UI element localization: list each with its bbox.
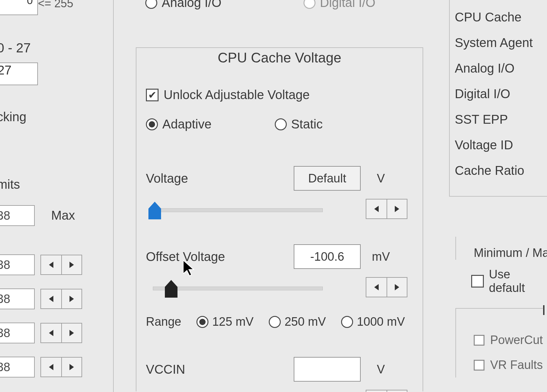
radio-label: 125 mV xyxy=(212,315,254,329)
stepper-dec-button[interactable] xyxy=(41,289,61,308)
radio-icon xyxy=(275,118,287,130)
svg-marker-0 xyxy=(148,202,161,219)
list-item[interactable]: Digital I/O xyxy=(455,81,547,107)
radio-label: 1000 mV xyxy=(357,315,405,329)
mouse-cursor-icon xyxy=(183,260,196,277)
stepper-inc-button[interactable] xyxy=(61,289,81,308)
voltage-slider[interactable] xyxy=(146,204,323,214)
list-item[interactable]: SST EPP xyxy=(455,107,547,132)
checkbox-icon xyxy=(474,360,484,371)
vccin-label: VCCIN xyxy=(146,362,228,377)
triangle-right-icon xyxy=(69,330,74,336)
svg-marker-3 xyxy=(183,260,194,276)
range-text: 0 - 27 xyxy=(0,40,31,56)
checkbox-label: VR Faults xyxy=(490,358,543,372)
checkbox-icon xyxy=(471,275,484,288)
radio-icon xyxy=(269,316,281,328)
minmax-group-label: Minimum / Max xyxy=(455,237,547,260)
voltage-value-box[interactable]: Default xyxy=(294,166,361,191)
right-panel: CPU Cache System Agent Analog I/O Digita… xyxy=(449,0,547,392)
vccin-inc-button[interactable] xyxy=(387,390,407,392)
radio-digital-io[interactable]: Digital I/O xyxy=(304,0,376,10)
range-250-radio[interactable]: 250 mV xyxy=(269,315,326,329)
radio-label: 250 mV xyxy=(285,315,326,329)
radio-icon xyxy=(145,0,157,9)
offset-inc-button[interactable] xyxy=(387,278,407,297)
stepper-dec-button[interactable] xyxy=(41,255,61,274)
radio-label: Adaptive xyxy=(162,117,212,131)
triangle-left-icon xyxy=(49,330,53,336)
group-label-truncated-cking: cking xyxy=(0,110,26,124)
list-item[interactable]: CPU Cache xyxy=(455,4,547,30)
list-item[interactable]: Voltage ID xyxy=(455,132,547,158)
vccin-input[interactable] xyxy=(294,357,361,382)
checkbox-label: Use default xyxy=(489,268,547,295)
stepper-inc-button[interactable] xyxy=(61,324,81,342)
triangle-left-icon xyxy=(49,364,53,370)
limit-input-2[interactable]: 38 xyxy=(0,288,35,309)
voltage-inc-button[interactable] xyxy=(387,199,407,218)
voltage-unit: V xyxy=(368,172,394,185)
stepper-inc-button[interactable] xyxy=(61,255,81,274)
range-1000-radio[interactable]: 1000 mV xyxy=(341,315,405,329)
stepper-dec-button[interactable] xyxy=(41,358,61,377)
offset-voltage-slider[interactable] xyxy=(146,282,323,292)
triangle-left-icon xyxy=(49,262,53,268)
radio-icon-selected xyxy=(146,118,158,130)
stepper-inc-button[interactable] xyxy=(61,358,81,377)
limit-input-3[interactable]: 38 xyxy=(0,323,35,343)
checkbox-icon-checked: ✔ xyxy=(146,89,159,101)
list-item[interactable]: Analog I/O xyxy=(455,56,547,81)
offset-voltage-input[interactable]: -100.6 xyxy=(294,244,361,269)
vccin-dec-button[interactable] xyxy=(366,390,387,392)
range-label: Range xyxy=(146,315,181,329)
slider-thumb-icon[interactable] xyxy=(165,280,177,298)
value-input-27[interactable]: 27 xyxy=(0,62,38,85)
vccin-unit: V xyxy=(368,363,394,376)
number-input[interactable]: 0 xyxy=(0,0,38,15)
limit-input-1[interactable]: 38 xyxy=(0,254,35,275)
slider-thumb-icon[interactable] xyxy=(148,202,161,219)
list-item[interactable]: Cache Ratio xyxy=(455,158,547,183)
range-hint: <= 255 xyxy=(38,0,73,10)
radio-label: Analog I/O xyxy=(162,0,221,10)
radio-label: Digital I/O xyxy=(320,0,376,10)
checkbox-label: Unlock Adjustable Voltage xyxy=(164,88,310,102)
list-item[interactable]: System Agent xyxy=(455,30,547,56)
triangle-right-icon xyxy=(69,364,74,370)
group-label-truncated-mits: mits xyxy=(0,177,20,192)
triangle-left-icon xyxy=(374,206,379,212)
triangle-right-icon xyxy=(395,284,399,290)
offset-dec-button[interactable] xyxy=(366,278,387,297)
triangle-right-icon xyxy=(69,296,74,302)
unlock-voltage-checkbox[interactable]: ✔ Unlock Adjustable Voltage xyxy=(146,88,413,102)
checkbox-label: PowerCut xyxy=(490,333,543,347)
radio-adaptive[interactable]: Adaptive xyxy=(146,117,212,131)
left-panel: 0 <= 255 0 - 27 27 cking mits 38 Max 38 … xyxy=(0,0,114,392)
limit-input-0[interactable]: 38 xyxy=(0,205,35,226)
checkbox-icon xyxy=(474,335,484,346)
triangle-right-icon xyxy=(69,262,74,268)
svg-marker-1 xyxy=(165,280,177,298)
triangle-right-icon xyxy=(395,206,399,212)
voltage-dec-button[interactable] xyxy=(366,199,387,218)
voltage-panel: CPU Cache Voltage ✔ Unlock Adjustable Vo… xyxy=(136,47,423,391)
triangle-left-icon xyxy=(49,296,53,302)
radio-label: Static xyxy=(291,117,323,131)
radio-icon xyxy=(304,0,316,9)
radio-icon-selected xyxy=(196,316,208,328)
limit-input-4[interactable]: 38 xyxy=(0,357,35,377)
stepper-dec-button[interactable] xyxy=(41,324,61,342)
max-label: Max xyxy=(51,208,75,223)
powercut-checkbox[interactable]: PowerCut xyxy=(474,328,543,353)
voltage-label: Voltage xyxy=(146,171,228,186)
triangle-left-icon xyxy=(374,284,379,290)
domain-list: CPU Cache System Agent Analog I/O Digita… xyxy=(449,0,547,197)
radio-static[interactable]: Static xyxy=(275,117,323,131)
offset-voltage-unit: mV xyxy=(368,250,394,264)
use-default-checkbox[interactable]: Use default xyxy=(471,268,547,295)
vrfaults-checkbox[interactable]: VR Faults xyxy=(474,353,543,377)
radio-icon xyxy=(341,316,353,328)
range-125-radio[interactable]: 125 mV xyxy=(196,315,254,329)
radio-analog-io[interactable]: Analog I/O xyxy=(145,0,221,10)
